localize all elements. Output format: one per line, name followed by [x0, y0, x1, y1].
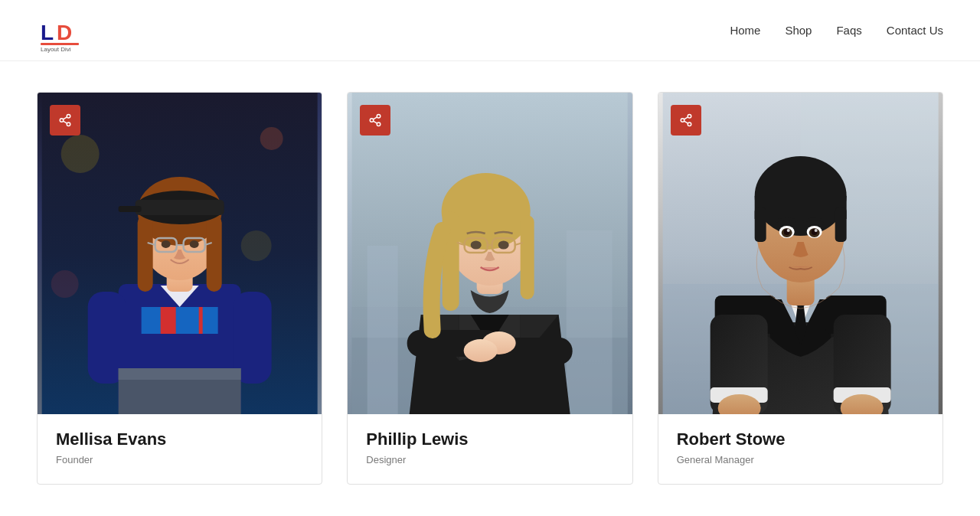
svg-point-6: [60, 119, 64, 122]
svg-line-42: [374, 117, 377, 119]
svg-point-14: [51, 270, 79, 298]
logo-icon: L D Layout Divi: [37, 8, 83, 54]
svg-point-35: [190, 240, 199, 248]
share-icon-2: [368, 113, 382, 127]
site-header: L D Layout Divi Home Shop Faqs Contact U…: [0, 0, 980, 61]
person-image-1: [38, 93, 322, 414]
svg-rect-28: [119, 206, 142, 212]
svg-line-68: [684, 117, 688, 119]
person-image-3: [658, 93, 942, 414]
svg-line-9: [63, 117, 67, 119]
svg-point-12: [260, 127, 283, 150]
svg-point-51: [464, 339, 498, 362]
card-image-wrapper-1: [38, 93, 322, 414]
svg-point-64: [688, 115, 691, 119]
nav-faqs[interactable]: Faqs: [836, 24, 861, 37]
nav-shop[interactable]: Shop: [785, 24, 812, 37]
svg-rect-83: [754, 196, 846, 219]
team-grid: Mellisa Evans Founder: [37, 92, 943, 485]
svg-line-41: [374, 121, 377, 123]
share-icon-3: [679, 113, 693, 127]
card-name-3: Robert Stowe: [677, 429, 924, 449]
main-nav: Home Shop Faqs Contact Us: [730, 24, 943, 37]
card-body-3: Robert Stowe General Manager: [658, 414, 942, 484]
person-svg-2: [348, 93, 632, 414]
share-icon-1: [58, 113, 72, 127]
card-phillip-lewis: Phillip Lewis Designer: [347, 92, 632, 485]
share-button-1[interactable]: [50, 105, 80, 136]
svg-text:D: D: [57, 21, 72, 44]
nav-home[interactable]: Home: [730, 24, 760, 37]
svg-rect-56: [521, 215, 534, 299]
card-body-1: Mellisa Evans Founder: [38, 414, 322, 484]
nav-contact[interactable]: Contact Us: [887, 24, 943, 37]
card-role-2: Designer: [366, 454, 613, 465]
svg-rect-17: [161, 307, 176, 334]
card-name-1: Mellisa Evans: [56, 429, 303, 449]
person-image-2: [348, 93, 632, 414]
svg-point-62: [471, 241, 482, 250]
svg-rect-84: [754, 207, 766, 242]
card-robert-stowe: Robert Stowe General Manager: [658, 92, 943, 485]
svg-point-40: [377, 122, 381, 126]
svg-line-8: [63, 121, 67, 123]
svg-point-13: [241, 230, 272, 261]
card-role-1: Founder: [56, 454, 303, 465]
svg-rect-3: [41, 43, 79, 45]
svg-point-7: [67, 122, 70, 126]
card-mellisa-evans: Mellisa Evans Founder: [37, 92, 322, 485]
card-role-3: General Manager: [677, 454, 924, 465]
card-body-2: Phillip Lewis Designer: [348, 414, 632, 484]
person-svg-1: [38, 93, 322, 414]
svg-rect-18: [199, 307, 203, 334]
card-image-wrapper-3: [658, 93, 942, 414]
card-image-wrapper-2: [348, 93, 632, 414]
svg-rect-25: [207, 215, 222, 292]
svg-line-67: [684, 121, 688, 123]
share-button-3[interactable]: [671, 105, 701, 136]
svg-point-11: [61, 135, 100, 173]
svg-point-39: [371, 119, 374, 122]
svg-point-66: [688, 122, 691, 126]
card-name-2: Phillip Lewis: [366, 429, 613, 449]
svg-text:L: L: [41, 21, 54, 44]
svg-rect-85: [835, 207, 846, 242]
person-svg-3: [658, 93, 942, 414]
svg-point-92: [786, 229, 789, 232]
svg-point-5: [67, 115, 70, 119]
svg-point-38: [377, 115, 381, 119]
svg-point-63: [498, 241, 509, 250]
svg-point-34: [162, 240, 171, 248]
svg-rect-47: [567, 230, 612, 414]
svg-rect-24: [138, 215, 153, 292]
svg-rect-16: [142, 307, 218, 334]
svg-rect-27: [136, 200, 224, 215]
svg-rect-37: [119, 368, 241, 380]
main-content: Mellisa Evans Founder: [0, 61, 980, 515]
svg-text:Layout Divi: Layout Divi: [41, 46, 71, 53]
svg-point-65: [681, 119, 684, 122]
logo-area[interactable]: L D Layout Divi: [37, 8, 83, 54]
share-button-2[interactable]: [360, 105, 390, 136]
svg-rect-46: [368, 246, 398, 414]
svg-point-93: [814, 229, 817, 232]
